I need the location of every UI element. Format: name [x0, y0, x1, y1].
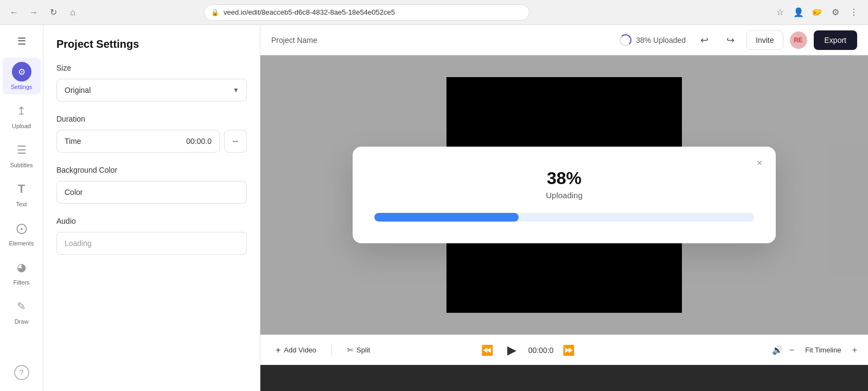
- sidebar-item-elements[interactable]: ⨀ Elements: [3, 214, 41, 251]
- url-text: veed.io/edit/8eacceb5-d6c8-4832-8ae5-18e…: [224, 8, 395, 16]
- menu-button[interactable]: ⋮: [846, 5, 861, 20]
- bg-color-label: Background Color: [56, 166, 247, 174]
- star-button[interactable]: ☆: [773, 5, 788, 20]
- export-button[interactable]: Export: [814, 30, 857, 50]
- browser-chrome: ← → ↻ ⌂ 🔒 veed.io/edit/8eacceb5-d6c8-483…: [0, 0, 868, 25]
- timeline-right: 🔊 − Fit Timeline +: [772, 344, 859, 356]
- swap-button[interactable]: ↔: [224, 130, 247, 153]
- settings-label: Settings: [11, 84, 33, 90]
- content-area: Project Name 38% Uploaded ↩ ↪ Invite RE …: [260, 25, 868, 391]
- sidebar-item-upload[interactable]: ↥ Upload: [3, 97, 41, 134]
- time-label: Time: [65, 137, 81, 146]
- profile-button[interactable]: 👤: [791, 5, 806, 20]
- split-label: Split: [356, 346, 370, 354]
- audio-label: Audio: [56, 217, 247, 225]
- address-bar: 🔒 veed.io/edit/8eacceb5-d6c8-4832-8ae5-1…: [204, 4, 529, 21]
- panel-left: Project Settings Size Original 16:9 9:16…: [43, 25, 260, 391]
- draw-label: Draw: [15, 318, 29, 325]
- elements-label: Elements: [9, 240, 34, 247]
- redo-button[interactable]: ↪: [720, 30, 740, 50]
- upload-spinner: [620, 34, 631, 46]
- fit-timeline-button[interactable]: Fit Timeline: [801, 344, 845, 356]
- zoom-in-button[interactable]: +: [850, 345, 859, 355]
- sidebar-menu-button[interactable]: ☰: [12, 31, 31, 51]
- audio-loading-field: Loading: [56, 232, 247, 255]
- upload-label: Upload: [12, 123, 31, 129]
- sidebar-item-help[interactable]: ?: [3, 361, 41, 384]
- audio-loading-text: Loading: [65, 239, 92, 248]
- color-value: Color: [65, 188, 82, 197]
- lock-icon: 🔒: [211, 9, 219, 16]
- progress-bar-fill: [374, 213, 519, 222]
- top-bar: Project Name 38% Uploaded ↩ ↪ Invite RE …: [260, 25, 868, 55]
- help-icon: ?: [14, 365, 29, 380]
- app-container: ☰ ⚙ Settings ↥ Upload ☰ Subtitles T Text…: [0, 25, 868, 391]
- modal-close-button[interactable]: ×: [752, 155, 767, 171]
- elements-icon: ⨀: [12, 218, 31, 238]
- upload-icon: ↥: [12, 101, 31, 121]
- progress-bar-background: [374, 213, 754, 222]
- time-display: 00:00:0: [528, 346, 554, 355]
- project-name: Project Name: [271, 36, 611, 45]
- timeline-bar: + Add Video ✄ Split ⏪ ▶ 00:00:0 ⏩ 🔊 − Fi…: [260, 335, 868, 365]
- timeline-controls: ⏪ ▶ 00:00:0 ⏩: [478, 340, 578, 360]
- modal-percent: 38%: [374, 168, 754, 188]
- size-select-wrapper: Original 16:9 9:16 1:1 ▼: [56, 79, 247, 102]
- draw-icon: ✎: [12, 297, 31, 316]
- volume-button[interactable]: 🔊: [772, 345, 783, 355]
- time-value: 00:00.0: [186, 137, 212, 146]
- add-video-label: Add Video: [284, 346, 316, 354]
- upload-status: 38% Uploaded: [620, 34, 686, 46]
- back-button[interactable]: ←: [7, 5, 22, 20]
- sidebar-item-subtitles[interactable]: ☰ Subtitles: [3, 136, 41, 173]
- scissors-icon: ✄: [347, 346, 353, 354]
- size-select[interactable]: Original 16:9 9:16 1:1: [56, 79, 247, 102]
- settings-browser-button[interactable]: ⚙: [828, 5, 843, 20]
- fast-forward-button[interactable]: ⏩: [560, 342, 577, 359]
- invite-button[interactable]: Invite: [746, 30, 783, 50]
- rewind-button[interactable]: ⏪: [478, 342, 496, 359]
- add-video-button[interactable]: + Add Video: [269, 342, 323, 359]
- settings-icon: ⚙: [12, 62, 31, 81]
- top-bar-actions: ↩ ↪ Invite RE Export: [694, 30, 857, 50]
- duration-label: Duration: [56, 115, 247, 123]
- sidebar-item-settings[interactable]: ⚙ Settings: [3, 58, 41, 94]
- time-input[interactable]: Time 00:00.0: [56, 130, 220, 153]
- upload-modal: × 38% Uploading: [353, 147, 776, 243]
- panel-title: Project Settings: [56, 38, 247, 51]
- upload-status-text: 38% Uploaded: [636, 36, 686, 45]
- bg-color-section: Background Color Color: [56, 166, 247, 204]
- filters-label: Filters: [14, 279, 30, 286]
- refresh-button[interactable]: ↻: [46, 5, 61, 20]
- home-button[interactable]: ⌂: [65, 5, 80, 20]
- avatar-button[interactable]: RE: [790, 31, 807, 49]
- sidebar-item-filters[interactable]: ◕ Filters: [3, 253, 41, 290]
- color-input[interactable]: Color: [56, 181, 247, 204]
- modal-status: Uploading: [374, 191, 754, 200]
- play-button[interactable]: ▶: [502, 340, 522, 360]
- timeline-track: [260, 365, 868, 391]
- audio-section: Audio Loading: [56, 217, 247, 255]
- sidebar-item-text[interactable]: T Text: [3, 175, 41, 212]
- split-button[interactable]: ✄ Split: [341, 342, 376, 359]
- sidebar: ☰ ⚙ Settings ↥ Upload ☰ Subtitles T Text…: [0, 25, 43, 391]
- timeline-divider: [331, 344, 332, 357]
- modal-overlay: × 38% Uploading: [260, 55, 868, 335]
- zoom-out-button[interactable]: −: [787, 345, 796, 355]
- video-area: × 38% Uploading: [260, 55, 868, 335]
- text-icon: T: [12, 179, 31, 199]
- duration-row: Time 00:00.0 ↔: [56, 130, 247, 153]
- size-label: Size: [56, 64, 247, 72]
- filters-icon: ◕: [12, 257, 31, 277]
- text-label: Text: [16, 201, 27, 207]
- undo-button[interactable]: ↩: [694, 30, 714, 50]
- size-section: Size Original 16:9 9:16 1:1 ▼: [56, 64, 247, 102]
- subtitles-label: Subtitles: [10, 162, 33, 168]
- sidebar-bottom: ?: [3, 361, 41, 384]
- plus-icon: +: [276, 345, 280, 355]
- subtitles-icon: ☰: [12, 140, 31, 160]
- duration-section: Duration Time 00:00.0 ↔: [56, 115, 247, 153]
- forward-button[interactable]: →: [26, 5, 41, 20]
- sidebar-item-draw[interactable]: ✎ Draw: [3, 292, 41, 329]
- extensions-button[interactable]: 🤛: [809, 5, 825, 20]
